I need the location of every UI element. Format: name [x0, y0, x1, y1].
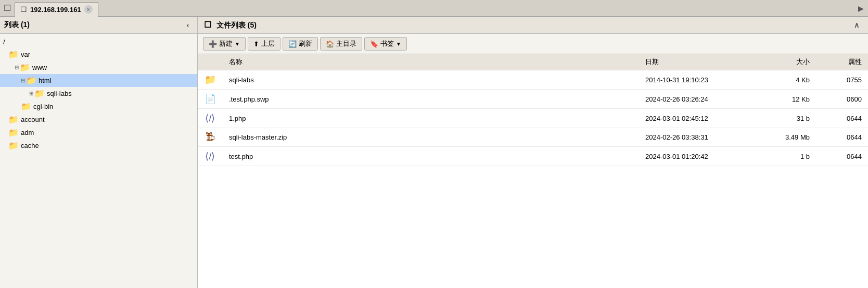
file-date: 2014-10-31 19:10:23: [639, 70, 754, 90]
tab-file-icon: ☐: [20, 5, 27, 14]
file-size: 12 Kb: [754, 90, 816, 109]
new-button[interactable]: ➕ 新建 ▼: [203, 37, 246, 51]
table-row[interactable]: 🗜 sqli-labs-master.zip 2024-02-26 03:38:…: [198, 128, 868, 147]
home-button[interactable]: 🏠 主目录: [320, 37, 362, 51]
refresh-button[interactable]: 🔄 刷新: [283, 37, 318, 51]
file-name: 1.php: [223, 109, 639, 128]
file-type-icon: ⟨/⟩: [198, 147, 223, 166]
tree-item-html[interactable]: ⊟ 📁 html: [0, 74, 197, 87]
file-attr: 0755: [816, 70, 868, 90]
file-type-icon: 🗜: [198, 128, 223, 147]
expand-icon: ⊟: [21, 78, 25, 83]
folder-icon: 📁: [34, 89, 45, 98]
file-date: 2024-03-01 01:20:42: [639, 147, 754, 166]
col-name: 名称: [223, 54, 639, 70]
file-type-icon: 📄: [198, 90, 223, 109]
tree-item-label: adm: [21, 129, 34, 136]
table-row[interactable]: 📁 sqli-labs 2014-10-31 19:10:23 4 Kb 075…: [198, 70, 868, 90]
file-attr: 0644: [816, 128, 868, 147]
toolbar: ➕ 新建 ▼ ⬆ 上层 🔄 刷新 🏠 主目录 🔖 书签 ▼: [198, 34, 868, 54]
file-size: 3.49 Mb: [754, 128, 816, 147]
file-name: sqli-labs-master.zip: [223, 128, 639, 147]
tree-item-www[interactable]: ⊟ 📁 www: [0, 61, 197, 74]
tree-item-label: sqli-labs: [47, 90, 72, 97]
tab-bar: ☐ ☐ 192.168.199.161 × ▶: [0, 0, 868, 17]
file-attr: 0600: [816, 90, 868, 109]
file-type-icon: 📁: [198, 70, 223, 90]
right-panel-header: ☐ 文件列表 (5) ∧: [198, 17, 868, 34]
refresh-icon: 🔄: [288, 40, 297, 48]
file-size: 4 Kb: [754, 70, 816, 90]
right-panel-title: ☐ 文件列表 (5): [204, 20, 257, 30]
tree-item-label: var: [21, 51, 30, 58]
file-tree: / 📁 var ⊟ 📁 www ⊟ 📁 html ⊞ 📁: [0, 34, 197, 288]
tree-item-label: account: [21, 116, 45, 123]
new-dropdown-icon: ▼: [235, 41, 240, 47]
tree-item-root[interactable]: /: [0, 36, 197, 48]
tree-item-account[interactable]: 📁 account: [0, 113, 197, 126]
home-icon: 🏠: [326, 40, 334, 48]
file-size: 31 b: [754, 109, 816, 128]
expand-icon: ⊞: [29, 91, 33, 96]
file-name: sqli-labs: [223, 70, 639, 90]
file-attr: 0644: [816, 147, 868, 166]
col-attr: 属性: [816, 54, 868, 70]
tab-label: 192.168.199.161: [30, 6, 81, 14]
folder-icon: 📁: [21, 102, 31, 111]
bookmark-button[interactable]: 🔖 书签 ▼: [364, 37, 407, 51]
tree-item-sqli-labs[interactable]: ⊞ 📁 sqli-labs: [0, 87, 197, 100]
file-name: test.php: [223, 147, 639, 166]
table-row[interactable]: ⟨/⟩ test.php 2024-03-01 01:20:42 1 b 064…: [198, 147, 868, 166]
folder-icon: 📁: [8, 49, 19, 59]
bookmark-icon: 🔖: [370, 40, 378, 48]
folder-icon: 📁: [8, 128, 19, 137]
file-attr: 0644: [816, 109, 868, 128]
tab-close-button[interactable]: ×: [84, 5, 93, 14]
tree-item-label: cache: [21, 142, 39, 149]
file-table: 名称 日期 大小 属性 📁 sqli-labs 2014-10-31 19:10…: [198, 54, 868, 288]
tree-item-label: www: [32, 64, 47, 71]
right-panel: ☐ 文件列表 (5) ∧ ➕ 新建 ▼ ⬆ 上层 🔄 刷新 🏠 主目录: [198, 17, 868, 288]
file-size: 1 b: [754, 147, 816, 166]
tree-item-cgi-bin[interactable]: 📁 cgi-bin: [0, 100, 197, 113]
plus-icon: ➕: [209, 40, 217, 48]
table-row[interactable]: 📄 .test.php.swp 2024-02-26 03:26:24 12 K…: [198, 90, 868, 109]
col-date: 日期: [639, 54, 754, 70]
file-date: 2024-02-26 03:26:24: [639, 90, 754, 109]
col-size: 大小: [754, 54, 816, 70]
tree-item-label: cgi-bin: [33, 103, 53, 110]
left-panel: 列表 (1) ‹ / 📁 var ⊟ 📁 www ⊟: [0, 17, 198, 288]
tree-item-label: html: [39, 77, 52, 84]
up-icon: ⬆: [253, 40, 259, 48]
tab-scroll-right[interactable]: ▶: [856, 3, 866, 14]
expand-icon: ⊟: [15, 65, 19, 70]
tree-item-adm[interactable]: 📁 adm: [0, 126, 197, 139]
folder-icon: 📁: [8, 141, 19, 151]
tree-item-var[interactable]: 📁 var: [0, 48, 197, 61]
file-type-icon: ⟨/⟩: [198, 109, 223, 128]
right-panel-collapse-button[interactable]: ∧: [851, 20, 862, 30]
table-row[interactable]: ⟨/⟩ 1.php 2024-03-01 02:45:12 31 b 0644: [198, 109, 868, 128]
folder-icon: 📁: [26, 76, 36, 85]
folder-icon: 📁: [8, 115, 19, 124]
root-label: /: [3, 38, 5, 46]
left-panel-header: 列表 (1) ‹: [0, 17, 197, 34]
up-button[interactable]: ⬆ 上层: [248, 37, 280, 51]
app-icon: ☐: [2, 3, 12, 14]
connection-tab[interactable]: ☐ 192.168.199.161 ×: [15, 2, 98, 17]
main-layout: 列表 (1) ‹ / 📁 var ⊟ 📁 www ⊟: [0, 17, 868, 288]
file-date: 2024-02-26 03:38:31: [639, 128, 754, 147]
tree-item-cache[interactable]: 📁 cache: [0, 139, 197, 152]
folder-icon: 📁: [20, 62, 30, 72]
left-panel-title: 列表 (1): [4, 20, 30, 30]
bookmark-dropdown-icon: ▼: [396, 41, 401, 47]
file-name: .test.php.swp: [223, 90, 639, 109]
left-panel-collapse-button[interactable]: ‹: [183, 20, 193, 30]
file-date: 2024-03-01 02:45:12: [639, 109, 754, 128]
